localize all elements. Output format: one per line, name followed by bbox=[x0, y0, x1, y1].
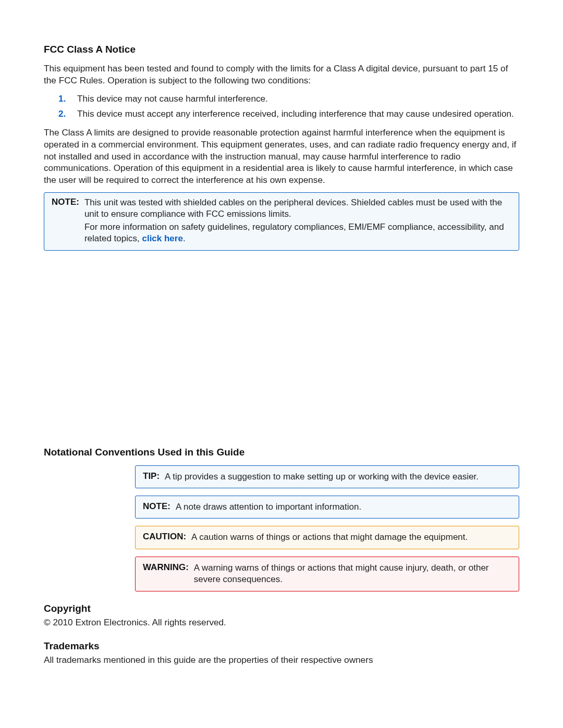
note-text-line2: For more information on safety guideline… bbox=[84, 221, 511, 245]
trademarks-heading: Trademarks bbox=[44, 640, 519, 652]
list-marker: 1. bbox=[58, 92, 66, 105]
caution-label: CAUTION: bbox=[143, 532, 186, 542]
fcc-condition-1: 1. This device may not cause harmful int… bbox=[72, 92, 519, 105]
conventions-heading: Notational Conventions Used in this Guid… bbox=[44, 447, 519, 458]
tip-text: A tip provides a suggestion to make sett… bbox=[165, 471, 479, 483]
warning-label: WARNING: bbox=[143, 562, 189, 573]
tip-callout: TIP: A tip provides a suggestion to make… bbox=[135, 465, 519, 488]
tip-label: TIP: bbox=[143, 471, 160, 482]
list-text: This device may not cause harmful interf… bbox=[77, 93, 268, 104]
note-text-line2-b: . bbox=[183, 233, 186, 243]
warning-text: A warning warns of things or actions tha… bbox=[194, 562, 511, 586]
fcc-condition-2: 2. This device must accept any interfere… bbox=[72, 107, 519, 120]
note-text-line1: This unit was tested with shielded cable… bbox=[84, 197, 511, 220]
copyright-heading: Copyright bbox=[44, 603, 519, 614]
footer-sections: Copyright © 2010 Extron Electronics. All… bbox=[44, 603, 519, 666]
list-marker: 2. bbox=[58, 107, 66, 120]
note-text: A note draws attention to important info… bbox=[176, 501, 361, 513]
conventions-block: TIP: A tip provides a suggestion to make… bbox=[135, 465, 519, 591]
fcc-paragraph-2: The Class A limits are designed to provi… bbox=[44, 127, 519, 186]
caution-text: A caution warns of things or actions tha… bbox=[191, 532, 468, 543]
list-text: This device must accept any interference… bbox=[77, 108, 514, 119]
document-page: FCC Class A Notice This equipment has be… bbox=[0, 0, 563, 728]
note-label: NOTE: bbox=[143, 501, 170, 512]
trademarks-text: All trademarks mentioned in this guide a… bbox=[44, 654, 519, 666]
fcc-conditions-list: 1. This device may not cause harmful int… bbox=[44, 92, 519, 120]
note-label: NOTE: bbox=[52, 197, 79, 207]
fcc-intro-paragraph: This equipment has been tested and found… bbox=[44, 63, 519, 86]
caution-callout: CAUTION: A caution warns of things or ac… bbox=[135, 526, 519, 549]
note-callout: NOTE: A note draws attention to importan… bbox=[135, 496, 519, 519]
fcc-note-callout: NOTE: This unit was tested with shielded… bbox=[44, 192, 519, 251]
page-spacer bbox=[44, 259, 519, 447]
warning-callout: WARNING: A warning warns of things or ac… bbox=[135, 557, 519, 591]
click-here-link[interactable]: click here bbox=[142, 233, 182, 243]
copyright-text: © 2010 Extron Electronics. All rights re… bbox=[44, 616, 519, 628]
fcc-heading: FCC Class A Notice bbox=[44, 44, 519, 55]
